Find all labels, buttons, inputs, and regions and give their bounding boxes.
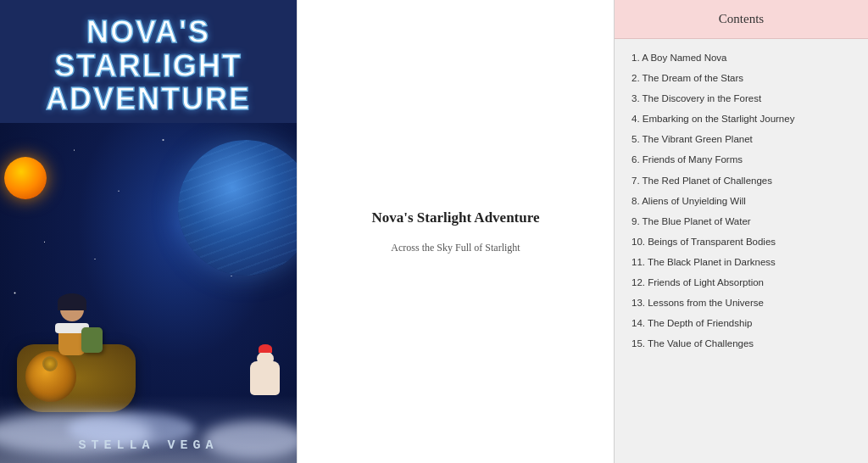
contents-list[interactable]: 1. A Boy Named Nova2. The Dream of the S… (615, 39, 868, 463)
cover-title-block: NOVA'S STARLIGHT ADVENTURE (37, 0, 259, 123)
contents-header: Contents (615, 0, 868, 39)
chapter-item: 14. The Depth of Friendship (632, 313, 851, 333)
boy-head (60, 298, 84, 321)
chapter-item: 15. The Value of Challenges (632, 333, 851, 354)
chapter-item: 11. The Black Planet in Darkness (632, 252, 851, 272)
small-creature (250, 361, 280, 395)
chapter-item: 2. The Dream of the Stars (632, 68, 851, 88)
chapter-item: 8. Aliens of Unyielding Will (632, 191, 851, 211)
chapter-item: 10. Beings of Transparent Bodies (632, 232, 851, 252)
book-subtitle: Across the Sky Full of Starlight (391, 242, 520, 254)
chapter-item: 4. Embarking on the Starlight Journey (632, 109, 851, 129)
chapter-item: 12. Friends of Light Absorption (632, 272, 851, 293)
boy-character (47, 298, 97, 365)
cover-title-line1: NOVA'S (46, 15, 251, 49)
boy-hair (58, 293, 86, 310)
book-main-title: Nova's Starlight Adventure (371, 209, 539, 226)
chapter-item: 13. Lessons from the Universe (632, 293, 851, 313)
pocket-clock (42, 356, 58, 371)
chapter-item: 1. A Boy Named Nova (632, 47, 851, 68)
contents-panel: Contents 1. A Boy Named Nova2. The Dream… (614, 0, 868, 463)
cover-title-line3: ADVENTURE (46, 82, 251, 116)
chapter-item: 9. The Blue Planet of Water (632, 211, 851, 232)
cover-title-line2: STARLIGHT (46, 49, 251, 83)
cover-author: STELLA VEGA (0, 438, 297, 453)
chapter-item: 6. Friends of Many Forms (632, 149, 851, 170)
book-cover: NOVA'S STARLIGHT ADVENTURE STELLA VEGA (0, 0, 297, 463)
chapter-item: 3. The Discovery in the Forest (632, 88, 851, 109)
boy-torso (58, 323, 86, 355)
chapter-item: 5. The Vibrant Green Planet (632, 129, 851, 149)
orange-orb (4, 157, 47, 199)
boy-backpack (81, 327, 103, 353)
chapter-item: 7. The Red Planet of Challenges (632, 170, 851, 191)
cover-illustration (0, 123, 297, 463)
title-page: Nova's Starlight Adventure Across the Sk… (297, 0, 614, 463)
